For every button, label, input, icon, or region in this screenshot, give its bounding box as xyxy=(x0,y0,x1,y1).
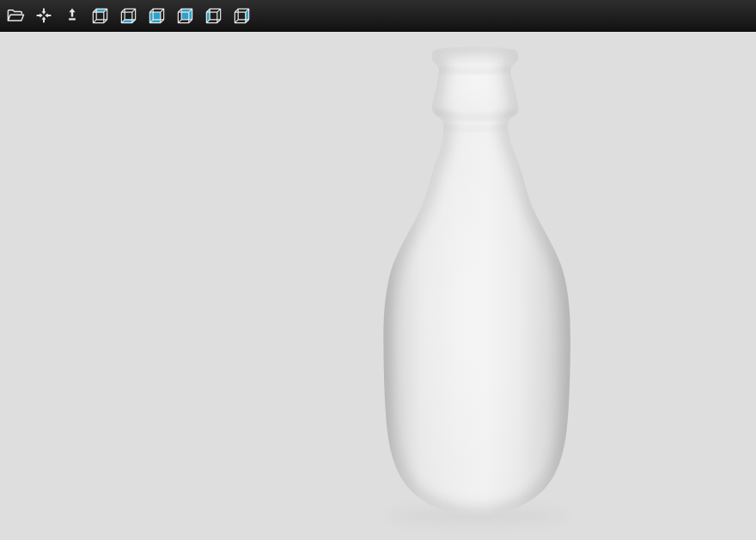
cube-bottom-face-icon xyxy=(119,6,138,26)
center-model-button[interactable] xyxy=(31,3,56,28)
drop-model-button[interactable] xyxy=(59,3,84,28)
toolbar xyxy=(0,0,756,32)
center-arrows-icon xyxy=(34,6,53,25)
bottle-model[interactable] xyxy=(383,46,570,525)
view-front-button[interactable] xyxy=(144,3,169,28)
cube-top-face-icon xyxy=(90,6,110,26)
viewport-3d[interactable] xyxy=(0,32,756,540)
arrow-up-bar-icon xyxy=(63,6,82,25)
view-bottom-button[interactable] xyxy=(116,3,141,28)
view-right-button[interactable] xyxy=(229,3,254,28)
cube-right-face-icon xyxy=(232,6,252,26)
folder-open-icon xyxy=(6,6,25,25)
viewport-canvas[interactable] xyxy=(0,32,756,540)
cube-front-face-icon xyxy=(147,6,167,26)
cube-left-face-icon xyxy=(204,6,223,26)
open-file-button[interactable] xyxy=(3,3,27,28)
cube-back-face-icon xyxy=(175,6,195,26)
view-top-button[interactable] xyxy=(88,3,113,28)
view-left-button[interactable] xyxy=(201,3,226,28)
view-back-button[interactable] xyxy=(173,3,198,28)
viewer-window xyxy=(0,0,756,540)
